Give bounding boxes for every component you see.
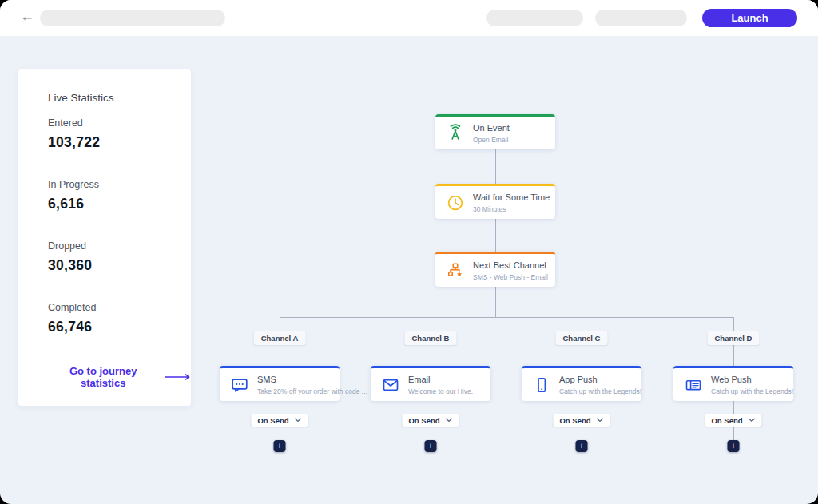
- on-send-dropdown[interactable]: On Send: [553, 414, 610, 427]
- live-statistics-panel: Live Statistics Entered 103,722 In Progr…: [18, 69, 191, 406]
- node-subtitle: Open Email: [473, 136, 510, 144]
- on-send-dropdown[interactable]: On Send: [402, 414, 459, 427]
- stats-title: Live Statistics: [48, 92, 114, 104]
- node-next-best-channel[interactable]: Next Best Channel SMS - Web Push - Email: [435, 252, 555, 287]
- node-web-push[interactable]: Web Push Catch up with the Legends!: [673, 366, 793, 401]
- stat-entered: Entered 103,722: [48, 117, 100, 151]
- node-title: Next Best Channel: [473, 260, 548, 271]
- node-title: On Event: [473, 123, 510, 133]
- go-to-journey-statistics-link[interactable]: Go to journey statistics: [48, 365, 191, 389]
- broadcast-icon: [446, 124, 465, 143]
- chevron-down-icon: [295, 418, 302, 423]
- app-push-icon: [532, 375, 551, 395]
- chevron-down-icon: [597, 418, 604, 423]
- branch-label-channel-a: Channel A: [254, 331, 306, 345]
- node-title: Web Push: [711, 375, 793, 385]
- node-sms[interactable]: SMS Take 20% off your order with code ..…: [220, 366, 340, 401]
- clock-icon: [446, 193, 465, 212]
- node-subtitle: SMS - Web Push - Email: [473, 273, 548, 281]
- stat-dropped-value: 30,360: [48, 257, 92, 274]
- journey-builder-app: ← Launch Live Statistics Entered 103,722…: [0, 0, 818, 504]
- node-subtitle: Take 20% off your order with code ...: [257, 387, 340, 395]
- stat-completed-value: 66,746: [48, 319, 96, 335]
- back-button[interactable]: ←: [18, 7, 36, 25]
- branch-label-channel-d: Channel D: [708, 331, 760, 345]
- add-node-button[interactable]: +: [274, 440, 286, 452]
- node-app-push[interactable]: App Push Catch up with the Legends!: [522, 366, 641, 401]
- node-wait-for-some-time[interactable]: Wait for Some Time 30 Minutes: [435, 184, 555, 219]
- email-icon: [381, 375, 400, 395]
- node-title: Email: [408, 375, 473, 385]
- connector-line: [495, 219, 496, 252]
- chevron-down-icon: [749, 418, 756, 423]
- stat-in-progress: In Progress 6,616: [48, 179, 99, 212]
- node-subtitle: Catch up with the Legends!: [559, 387, 641, 395]
- connector-line: [495, 287, 496, 317]
- stat-entered-value: 103,722: [48, 134, 100, 151]
- flow-canvas: Live Statistics Entered 103,722 In Progr…: [0, 36, 818, 504]
- sms-icon: [230, 375, 249, 395]
- add-node-button[interactable]: +: [425, 440, 437, 452]
- long-arrow-right-icon: [165, 373, 191, 381]
- add-node-button[interactable]: +: [728, 440, 740, 452]
- stat-dropped: Dropped 30,360: [48, 240, 92, 274]
- topbar: ← Launch: [0, 0, 818, 37]
- stat-in-progress-value: 6,616: [48, 196, 99, 212]
- add-node-button[interactable]: +: [576, 440, 588, 452]
- node-subtitle: Welcome to our Hive.: [408, 387, 473, 395]
- toolbar-placeholder-2[interactable]: [595, 10, 687, 26]
- launch-button[interactable]: Launch: [702, 9, 797, 27]
- branch-label-channel-b: Channel B: [405, 331, 457, 345]
- hierarchy-star-icon: [446, 261, 465, 280]
- node-title: Wait for Some Time: [473, 192, 550, 203]
- toolbar-placeholder-1[interactable]: [486, 10, 583, 26]
- branch-label-channel-c: Channel C: [556, 331, 608, 345]
- node-title: SMS: [257, 375, 340, 385]
- on-send-dropdown[interactable]: On Send: [251, 414, 308, 427]
- on-send-dropdown[interactable]: On Send: [705, 414, 761, 427]
- node-subtitle: Catch up with the Legends!: [711, 387, 793, 395]
- stat-completed: Completed 66,746: [48, 302, 96, 335]
- node-subtitle: 30 Minutes: [473, 205, 550, 213]
- chevron-down-icon: [446, 418, 453, 423]
- node-title: App Push: [559, 375, 641, 385]
- node-email[interactable]: Email Welcome to our Hive.: [371, 366, 490, 401]
- journey-title-placeholder[interactable]: [40, 10, 225, 26]
- connector-line: [495, 149, 496, 184]
- node-on-event[interactable]: On Event Open Email: [435, 114, 555, 149]
- web-push-icon: [684, 375, 703, 395]
- connector-line: [280, 317, 733, 318]
